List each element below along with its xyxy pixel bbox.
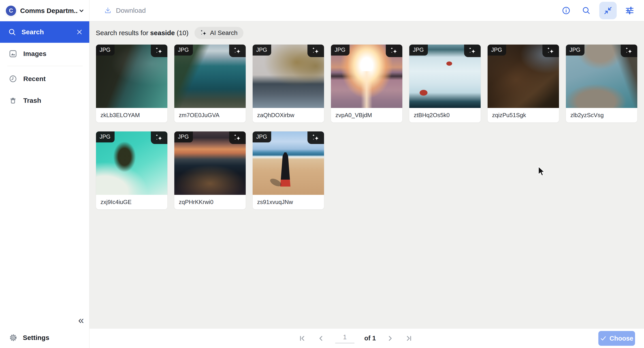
asset-thumbnail[interactable]: JPG <box>174 45 246 108</box>
asset-card[interactable]: JPG zxj9Ic4iuGE <box>96 131 168 210</box>
swim-fins-silhouette <box>278 152 293 187</box>
workspace-selector[interactable]: C Comms Departm... <box>0 0 89 21</box>
choose-button[interactable]: Choose <box>598 331 635 346</box>
asset-thumbnail[interactable]: JPG <box>566 45 637 108</box>
gear-icon <box>8 333 18 342</box>
asset-name: zqPHrKKrwi0 <box>174 195 246 209</box>
ai-sparkle-button[interactable] <box>386 45 402 57</box>
filetype-badge: JPG <box>96 45 114 56</box>
asset-name: zaQhDOXirbw <box>253 108 324 123</box>
collapse-sidebar-icon[interactable]: « <box>78 315 84 325</box>
asset-name: zs91xvuqJNw <box>253 195 324 209</box>
asset-name: zm7OE0JuGVA <box>174 108 246 123</box>
asset-thumbnail[interactable]: JPG <box>409 45 481 108</box>
filetype-badge: JPG <box>174 131 193 142</box>
results-count: (10) <box>176 29 188 37</box>
chevron-down-icon <box>78 8 85 14</box>
asset-thumbnail[interactable]: JPG <box>253 45 324 108</box>
filetype-badge: JPG <box>331 45 350 56</box>
sidebar-item-label: Trash <box>23 97 41 104</box>
filetype-badge: JPG <box>174 45 193 56</box>
ai-search-chip[interactable]: AI Search <box>194 27 244 39</box>
download-label: Download <box>116 7 146 14</box>
ai-sparkle-button[interactable] <box>542 45 559 57</box>
ai-sparkle-button[interactable] <box>229 45 246 57</box>
filetype-badge: JPG <box>96 131 114 142</box>
asset-thumbnail[interactable]: JPG <box>174 131 246 195</box>
asset-thumbnail[interactable]: JPG <box>96 131 168 195</box>
results-query: seaside <box>150 29 175 37</box>
close-icon[interactable] <box>76 29 82 35</box>
sidebar-item-label: Settings <box>23 334 49 341</box>
asset-card[interactable]: JPG zaQhDOXirbw <box>252 44 324 123</box>
asset-card[interactable]: JPG zlb2yzScVsg <box>566 44 638 123</box>
sidebar-item-recent[interactable]: Recent <box>0 68 89 90</box>
topbar-icons <box>559 0 637 21</box>
filetype-badge: JPG <box>409 45 428 56</box>
asset-card[interactable]: JPG zqPHrKKrwi0 <box>174 131 246 210</box>
asset-card[interactable]: JPG zs91xvuqJNw <box>252 131 324 210</box>
sidebar-item-label: Recent <box>23 75 46 83</box>
sparkles-icon <box>200 30 207 36</box>
images-icon <box>8 49 18 58</box>
check-icon <box>600 335 606 341</box>
filters-button[interactable] <box>622 3 637 18</box>
workspace-avatar: C <box>6 6 16 16</box>
sidebar-item-images[interactable]: Images <box>0 43 89 65</box>
asset-name: ztBHq2Os5k0 <box>409 108 481 123</box>
asset-name: zvpA0_VBjdM <box>331 108 402 123</box>
asset-card[interactable]: JPG zm7OE0JuGVA <box>174 44 246 123</box>
filetype-badge: JPG <box>488 45 506 56</box>
last-page-button[interactable] <box>404 334 414 343</box>
ai-sparkle-button[interactable] <box>308 131 324 144</box>
ai-sparkle-button[interactable] <box>151 45 168 57</box>
ai-sparkle-button[interactable] <box>308 45 324 57</box>
ai-sparkle-button[interactable] <box>621 45 637 57</box>
results-prefix: Search results for <box>96 29 148 37</box>
asset-thumbnail[interactable]: JPG <box>96 45 168 108</box>
asset-card[interactable]: JPG zqizPu51Sgk <box>487 44 559 123</box>
asset-name: zkLb3ELOYAM <box>96 108 168 123</box>
download-icon <box>104 7 112 15</box>
page-count-label: of 1 <box>364 334 376 342</box>
download-button[interactable]: Download <box>104 0 146 21</box>
search-button[interactable] <box>579 3 594 18</box>
clock-icon <box>8 74 18 83</box>
workspace-name: Comms Departm... <box>20 7 78 15</box>
asset-thumbnail[interactable]: JPG <box>331 45 402 108</box>
results-header: Search results for seaside (10) AI Searc… <box>96 27 244 39</box>
sidebar: C Comms Departm... Search Images Recent … <box>0 0 90 348</box>
asset-name: zxj9Ic4iuGE <box>96 195 168 209</box>
sidebar-item-label: Search <box>22 28 76 36</box>
sidebar-item-settings[interactable]: Settings <box>0 327 89 348</box>
sidebar-item-label: Images <box>23 50 46 58</box>
topbar: Download <box>90 0 644 21</box>
sidebar-item-trash[interactable]: Trash <box>0 90 89 111</box>
page-number-input[interactable]: 1 <box>335 333 354 343</box>
previous-page-button[interactable] <box>316 334 325 343</box>
ai-sparkle-button[interactable] <box>464 45 481 57</box>
asset-name: zlb2yzScVsg <box>566 108 637 123</box>
asset-card[interactable]: JPG zvpA0_VBjdM <box>331 44 402 123</box>
pagination: 1 of 1 <box>298 328 414 348</box>
compact-view-button[interactable] <box>599 2 617 19</box>
first-page-button[interactable] <box>298 334 306 343</box>
asset-thumbnail[interactable]: JPG <box>253 131 324 195</box>
asset-card[interactable]: JPG zkLb3ELOYAM <box>96 44 168 123</box>
sidebar-item-search[interactable]: Search <box>0 21 89 43</box>
asset-card[interactable]: JPG ztBHq2Os5k0 <box>409 44 481 123</box>
next-page-button[interactable] <box>386 334 395 343</box>
ai-sparkle-button[interactable] <box>151 131 168 144</box>
filetype-badge: JPG <box>253 131 271 142</box>
ai-search-label: AI Search <box>210 29 238 37</box>
filetype-badge: JPG <box>253 45 271 56</box>
asset-thumbnail[interactable]: JPG <box>488 45 559 108</box>
bottombar: 1 of 1 Choose <box>90 328 644 348</box>
search-icon <box>8 28 16 36</box>
trash-icon <box>8 96 18 105</box>
info-button[interactable] <box>559 3 573 18</box>
filetype-badge: JPG <box>566 45 584 56</box>
asset-name: zqizPu51Sgk <box>488 108 559 123</box>
ai-sparkle-button[interactable] <box>229 131 246 144</box>
asset-grid: JPG zkLb3ELOYAM JPG zm7OE0JuGVA JPG zaQh… <box>96 44 644 210</box>
